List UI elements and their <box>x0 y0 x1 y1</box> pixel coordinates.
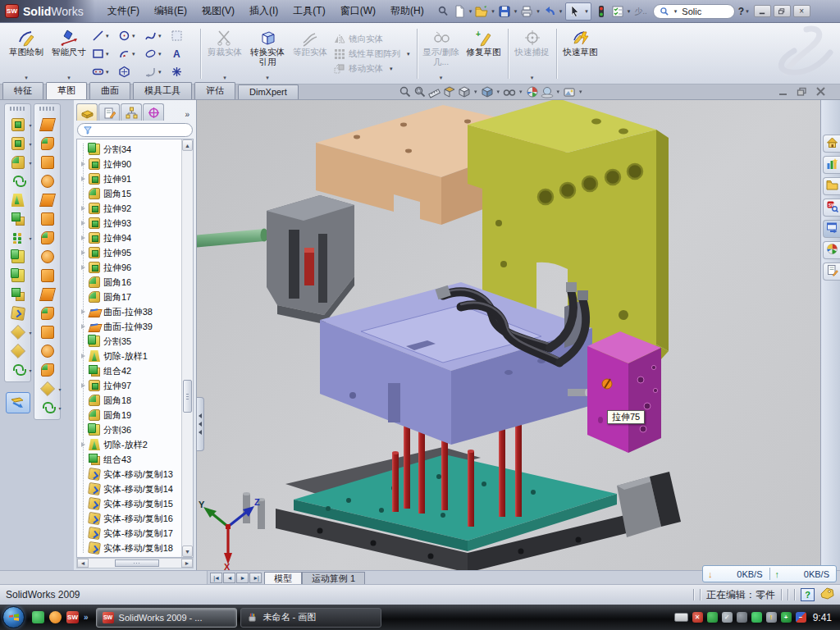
zoom-fit-icon[interactable] <box>399 85 412 98</box>
options-dropdown-icon[interactable]: ▾ <box>628 8 631 15</box>
tree-item[interactable]: 拉伸97 <box>80 378 181 393</box>
features-tool-8[interactable] <box>11 269 25 282</box>
ribbon-tab-2[interactable]: 曲面 <box>89 82 130 99</box>
surfaces-tool-1[interactable] <box>41 137 54 150</box>
doc-close-button[interactable] <box>814 86 827 97</box>
camera-dropdown-icon[interactable]: ▾ <box>579 89 582 95</box>
features-tool-1-dropdown-icon[interactable]: ▾ <box>29 141 31 147</box>
search-input[interactable]: Solic <box>682 7 701 16</box>
sketch-button[interactable]: 草图绘制 ▾ <box>5 25 48 83</box>
expand-arrow-icon[interactable] <box>81 383 85 388</box>
taskpane-tab-custom-properties[interactable] <box>823 262 840 281</box>
propertymanager-tab[interactable] <box>98 103 120 121</box>
move-entities-button[interactable]: 移动实体▾ <box>334 63 412 75</box>
surfaces-tool-6[interactable] <box>41 231 54 244</box>
doc-minimize-button[interactable] <box>776 86 789 97</box>
tree-item[interactable]: 圆角19 <box>80 408 181 422</box>
features-tool-1[interactable]: ▾ <box>11 137 25 150</box>
tree-item[interactable]: 拉伸93 <box>80 216 181 231</box>
arc-dropdown-icon[interactable]: ▾ <box>132 51 135 57</box>
ribbon-tab-3[interactable]: 模具工具 <box>133 82 192 99</box>
options-checklist-icon[interactable] <box>609 3 626 20</box>
network-speed-widget[interactable]: ↓0KB/S ↑0KB/S <box>702 565 837 582</box>
ribbon-tab-4[interactable]: 评估 <box>194 82 235 99</box>
tree-item[interactable]: 分割34 <box>80 142 181 157</box>
section-view-icon[interactable] <box>443 85 456 98</box>
close-button[interactable]: × <box>793 5 810 17</box>
scroll-thumb[interactable] <box>115 559 159 567</box>
appearance-icon[interactable] <box>526 85 539 98</box>
features-tool-13[interactable]: ▾ <box>11 363 25 377</box>
quick-launch-overflow-chevron[interactable]: » <box>84 613 89 622</box>
surfaces-tool-11[interactable] <box>41 326 54 339</box>
undo-icon[interactable] <box>541 3 558 20</box>
panel-splitter-grip[interactable] <box>197 397 204 451</box>
features-tool-5[interactable] <box>11 212 25 226</box>
tab-model[interactable]: 模型 <box>264 572 302 584</box>
pattern-dropdown-icon[interactable]: ▾ <box>407 51 410 57</box>
features-tool-0-dropdown-icon[interactable]: ▾ <box>29 122 31 128</box>
features-tool-6-dropdown-icon[interactable]: ▾ <box>29 235 31 241</box>
surfaces-tool-9[interactable] <box>41 288 54 301</box>
menu-item-3[interactable]: 插入(I) <box>242 1 285 21</box>
help-button[interactable]: ? <box>738 6 744 17</box>
tree-item[interactable]: 拉伸91 <box>80 171 181 186</box>
expand-arrow-icon[interactable] <box>81 176 85 181</box>
features-tool-2-dropdown-icon[interactable]: ▾ <box>29 160 31 166</box>
tab-motion-study[interactable]: 运动算例 1 <box>302 572 365 584</box>
rectangle-dropdown-icon[interactable]: ▾ <box>106 51 109 57</box>
select-cursor-icon[interactable] <box>567 3 583 20</box>
line-dropdown-icon[interactable]: ▾ <box>106 33 109 39</box>
expand-arrow-icon[interactable] <box>81 265 85 270</box>
sketch-fillet-dropdown-icon[interactable]: ▾ <box>158 69 162 75</box>
graphics-viewport[interactable]: Y Z X 拉伸75 <box>197 100 820 570</box>
tree-item[interactable]: 实体-移动/复制16 <box>80 511 181 526</box>
hide-show-icon[interactable] <box>503 85 516 98</box>
tree-vertical-scrollbar[interactable]: ▲ ▼ <box>181 139 193 557</box>
tree-item[interactable]: 拉伸90 <box>80 157 181 171</box>
scroll-left-icon[interactable]: ◄ <box>77 559 89 568</box>
media-player-icon[interactable] <box>49 611 62 623</box>
scroll-down-icon[interactable]: ▼ <box>182 546 193 557</box>
ellipse-dropdown-icon[interactable]: ▾ <box>158 51 162 57</box>
tree-item[interactable]: 曲面-拉伸39 <box>80 319 181 334</box>
messenger-icon[interactable] <box>32 611 44 623</box>
features-tool-3[interactable] <box>11 175 25 188</box>
volume-tray-icon[interactable] <box>737 612 747 623</box>
rapid-sketch-button[interactable]: 快速草图 <box>559 25 602 83</box>
trim-entities-button[interactable]: 剪裁实体 ▾ <box>203 25 246 83</box>
tree-item[interactable]: 圆角16 <box>80 275 181 290</box>
ribbon-tab-5[interactable]: DimXpert <box>238 84 299 99</box>
scroll-thumb[interactable] <box>183 380 192 413</box>
restore-button[interactable] <box>774 5 791 17</box>
quick-tips-help-button[interactable]: ? <box>801 588 815 601</box>
tree-item[interactable]: 分割36 <box>80 422 181 437</box>
line-tool[interactable]: ▾ <box>92 27 117 44</box>
surfaces-tool-3[interactable] <box>41 175 54 188</box>
slot-tool[interactable]: ▾ <box>92 63 117 80</box>
surfaces-tool-10[interactable] <box>41 307 54 320</box>
first-tab-icon[interactable]: |◄ <box>210 573 222 583</box>
repair-sketch-button[interactable]: + 修复草图 <box>463 25 505 83</box>
expand-arrow-icon[interactable] <box>81 442 85 447</box>
features-tool-4[interactable] <box>11 194 25 207</box>
instant3d-button-pressed[interactable] <box>6 392 30 413</box>
last-tab-icon[interactable]: ►| <box>249 573 262 583</box>
sketch-fillet-tool[interactable]: ▾ <box>144 63 170 80</box>
scroll-track[interactable] <box>182 151 193 546</box>
pin-icon[interactable] <box>435 3 451 20</box>
display-delete-dropdown-icon[interactable]: ▾ <box>440 75 443 83</box>
scroll-right-icon[interactable]: ► <box>181 559 193 568</box>
tree-item[interactable]: 拉伸92 <box>80 201 181 216</box>
spline-dropdown-icon[interactable]: ▾ <box>158 33 162 39</box>
expand-arrow-icon[interactable] <box>81 235 85 240</box>
smart-dimension-button[interactable]: 智能尺寸 ▾ <box>48 25 90 83</box>
surfaces-tool-4[interactable] <box>41 194 54 207</box>
search-scope-dropdown-icon[interactable]: ▾ <box>674 8 678 15</box>
new-document-icon[interactable] <box>451 3 468 20</box>
features-tool-2[interactable]: ▾ <box>11 156 25 169</box>
features-tool-6[interactable]: ▾ <box>11 231 25 244</box>
select-dropdown-icon[interactable]: ▾ <box>585 8 588 15</box>
tree-item[interactable]: 切除-放样1 <box>80 349 181 363</box>
scroll-track[interactable] <box>89 559 180 568</box>
